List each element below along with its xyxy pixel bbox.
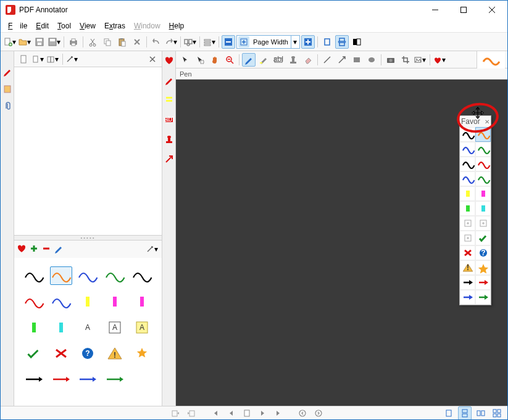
- float-favorite-item[interactable]: [460, 201, 475, 216]
- floating-favorites-panel[interactable]: Favor ✕ ?!: [459, 115, 491, 305]
- float-panel-close-icon[interactable]: ✕: [485, 118, 489, 125]
- hand-tool-icon[interactable]: [208, 53, 222, 67]
- favorite-settings-button[interactable]: ▾: [146, 242, 159, 256]
- favorites-tab-icon[interactable]: [164, 54, 175, 67]
- zoom-tool-icon[interactable]: [223, 53, 236, 67]
- layers-button[interactable]: ▾: [202, 35, 216, 49]
- zoom-dropdown-arrow[interactable]: ▾: [291, 36, 299, 48]
- favorite-item[interactable]: [131, 292, 153, 311]
- favorite-item[interactable]: [23, 370, 45, 389]
- doc-new-button[interactable]: ▾: [31, 52, 45, 66]
- splitter-grip[interactable]: •••••: [14, 236, 162, 241]
- lasso-tool-icon[interactable]: [193, 53, 207, 67]
- float-favorite-item[interactable]: [460, 142, 475, 157]
- menu-view[interactable]: View: [76, 20, 99, 31]
- float-favorite-item[interactable]: [460, 216, 475, 231]
- float-favorite-item[interactable]: [460, 157, 475, 171]
- favorite-item[interactable]: [23, 266, 45, 285]
- nav-next-icon[interactable]: [256, 406, 270, 420]
- favorite-item[interactable]: [131, 370, 153, 389]
- heart-favorite-button[interactable]: ▾: [433, 53, 446, 67]
- float-favorite-item[interactable]: [475, 260, 491, 275]
- favorite-item[interactable]: A: [131, 318, 153, 337]
- view-two-cont-icon[interactable]: [490, 406, 504, 420]
- new-doc-button[interactable]: ▾: [3, 35, 17, 49]
- float-favorite-item[interactable]: [460, 186, 475, 201]
- doc-close-button[interactable]: [146, 52, 159, 66]
- zoom-in-button[interactable]: [301, 35, 315, 49]
- favorite-item[interactable]: [50, 318, 72, 337]
- zoom-out-button[interactable]: [222, 35, 235, 49]
- favorite-item[interactable]: [104, 266, 126, 285]
- nav-first-icon[interactable]: [208, 406, 222, 420]
- stamp-tool-icon[interactable]: [286, 53, 300, 67]
- tab-pen-icon[interactable]: [2, 65, 13, 78]
- favorite-item[interactable]: [50, 370, 72, 389]
- highlighter-tab-icon[interactable]: [164, 93, 175, 107]
- favorite-item[interactable]: [77, 292, 99, 311]
- copy-button[interactable]: [101, 35, 114, 49]
- favorite-item[interactable]: [23, 292, 45, 311]
- favorite-edit-icon[interactable]: [54, 244, 64, 255]
- favorite-item[interactable]: [23, 318, 45, 337]
- textbox-tool-icon[interactable]: abI: [272, 53, 285, 67]
- float-favorite-item[interactable]: ?: [475, 245, 491, 260]
- nav-forward-icon[interactable]: [312, 406, 325, 420]
- pen-tool-icon[interactable]: [242, 53, 256, 67]
- undo-button[interactable]: [149, 35, 163, 49]
- float-favorite-item[interactable]: [460, 231, 475, 245]
- float-favorite-item[interactable]: [475, 186, 491, 201]
- float-favorite-item[interactable]: [475, 142, 491, 157]
- view-two-icon[interactable]: [474, 406, 488, 420]
- paste-button[interactable]: [115, 35, 129, 49]
- favorite-item[interactable]: [104, 370, 126, 389]
- image-tool-icon[interactable]: ▾: [414, 53, 427, 67]
- save-button[interactable]: [33, 35, 46, 49]
- arrow-tool-icon[interactable]: [335, 53, 349, 67]
- menu-edit[interactable]: Edit: [32, 20, 52, 31]
- float-favorite-item[interactable]: [460, 245, 475, 260]
- continuous-page-button[interactable]: [335, 35, 349, 49]
- float-favorite-item[interactable]: [460, 275, 475, 290]
- menu-file[interactable]: File: [4, 20, 31, 31]
- minimize-button[interactable]: [421, 1, 449, 19]
- snapshot-tool-icon[interactable]: [384, 53, 398, 67]
- float-favorite-item[interactable]: [475, 275, 491, 290]
- cut-button[interactable]: [86, 35, 99, 49]
- float-favorite-item[interactable]: !: [460, 260, 475, 275]
- favorite-heart-icon[interactable]: [17, 244, 27, 255]
- float-favorite-item[interactable]: [475, 231, 491, 245]
- tab-pages-icon[interactable]: [2, 82, 13, 96]
- zoom-select[interactable]: Page Width ▾: [236, 35, 300, 49]
- stamp-tab-icon[interactable]: [164, 133, 175, 146]
- crop-tool-icon[interactable]: [399, 53, 412, 67]
- line-tool-icon[interactable]: [320, 53, 334, 67]
- save-as-button[interactable]: ▾: [48, 35, 61, 49]
- favorite-item[interactable]: [50, 292, 72, 311]
- favorite-item[interactable]: [23, 344, 45, 363]
- pen-tab-icon[interactable]: [164, 73, 175, 87]
- nav-back-icon[interactable]: [296, 406, 309, 420]
- float-favorite-item[interactable]: [475, 171, 491, 186]
- favorite-item[interactable]: !: [104, 344, 126, 363]
- favorite-item[interactable]: [77, 370, 99, 389]
- menu-help[interactable]: Help: [165, 20, 188, 31]
- two-page-button[interactable]: [350, 35, 364, 49]
- document-canvas[interactable]: Favor ✕ ?!: [176, 80, 507, 406]
- favorite-remove-icon[interactable]: [41, 244, 51, 255]
- maximize-button[interactable]: [449, 1, 478, 19]
- float-favorite-item[interactable]: [475, 127, 491, 142]
- close-button[interactable]: [478, 1, 506, 19]
- float-favorite-item[interactable]: [475, 290, 491, 305]
- favorite-item[interactable]: [50, 266, 72, 285]
- view-continuous-icon[interactable]: [458, 406, 472, 420]
- find-button[interactable]: ▾: [183, 35, 197, 49]
- doc-settings-button[interactable]: ▾: [65, 52, 79, 66]
- favorite-item[interactable]: [50, 344, 72, 363]
- favorite-item[interactable]: [77, 266, 99, 285]
- nav-thumb-next-icon[interactable]: [185, 406, 198, 420]
- float-panel-header[interactable]: Favor ✕: [460, 116, 491, 127]
- favorite-item[interactable]: [131, 266, 153, 285]
- float-favorite-item[interactable]: [475, 157, 491, 171]
- nav-thumb-prev-icon[interactable]: [169, 406, 182, 420]
